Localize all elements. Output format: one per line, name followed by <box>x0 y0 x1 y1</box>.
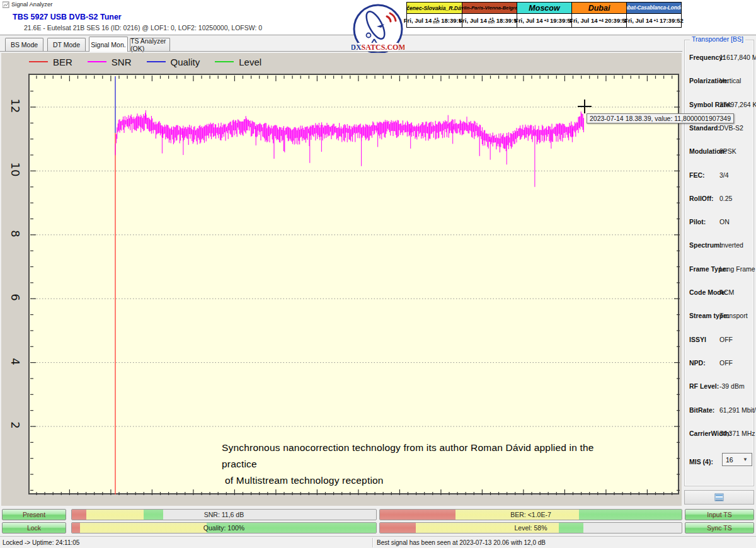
logo-text-rest: SATCS.COM <box>362 43 404 52</box>
quality-bar-label: Quality: 100% <box>72 523 376 533</box>
tp-label-14: RF Level: <box>689 382 719 390</box>
clock-1: Lučenec-Slovakia_R.DávidFri, Jul 14+1DST… <box>407 3 462 27</box>
clock-3: MoscowFri, Jul 14+319:39:52 <box>517 3 571 27</box>
clock-date: Fri, Jul 14 <box>570 17 597 24</box>
clock-utc-offset: +3 <box>544 19 548 22</box>
clock-utc-offset: +1DST <box>433 18 440 24</box>
clock-utc-offset: +1DST <box>488 18 495 24</box>
tp-label-15: BitRate: <box>689 406 714 414</box>
tp-value-8: Inverted <box>719 241 743 249</box>
clock-date: Fri, Jul 14 <box>515 17 542 24</box>
clock-time-row: Fri, Jul 14+1DST18:39:52 <box>407 14 462 27</box>
clock-utc-offset: +1 <box>653 19 658 22</box>
tp-value-2: 27497,264 KS/s <box>719 101 756 108</box>
present-button[interactable]: Present <box>2 509 66 520</box>
best-signal-status: Best signal has been seen at 2023-07-13 … <box>377 539 546 546</box>
logo-text-dx: DX <box>352 43 362 52</box>
tp-value-7: ON <box>719 218 730 225</box>
crosshair-cursor-icon <box>578 106 592 107</box>
tab-bs-mode[interactable]: BS Mode <box>5 38 43 51</box>
ber-bar: BER: <1.0E-7 <box>379 509 682 520</box>
sync-ts-button[interactable]: Sync TS <box>685 522 754 534</box>
snr-bar-label: SNR: 11,6 dB <box>72 510 376 520</box>
legend-line-icon <box>147 61 166 62</box>
legend-item-ber: BER <box>29 57 72 67</box>
legend-label: Quality <box>171 57 200 67</box>
tp-value-10: ACM <box>719 288 734 296</box>
legend-line-icon <box>88 61 106 62</box>
clock-date: Fri, Jul 14 <box>624 17 652 24</box>
annotation-line-2: of Multistream technology reception <box>222 472 625 489</box>
clock-utc-offset: +4 <box>598 19 603 22</box>
clock-time-row: Fri, Jul 14+117:39:52 <box>627 14 681 27</box>
app-icon <box>3 1 9 8</box>
level-bar-label: Level: 58% <box>380 523 682 533</box>
y-axis-tick-label: 10 <box>9 162 21 177</box>
legend-line-icon <box>215 61 234 62</box>
tp-value-1: Vertical <box>719 77 741 84</box>
y-axis-tick-label: 6 <box>9 290 21 305</box>
clock-4: DubaiFri, Jul 14+420:39:52 <box>571 3 626 27</box>
plot-area[interactable] <box>28 74 679 494</box>
ber-bar-label: BER: <1.0E-7 <box>380 510 682 520</box>
tp-value-3: DVB-S2 <box>719 124 743 132</box>
clock-time-row: Fri, Jul 14+1DST18:39:52 <box>462 14 517 27</box>
mis-selected-value: 16 <box>723 456 743 464</box>
tab-signal-mon-[interactable]: Signal Mon. <box>89 37 128 52</box>
world-clocks: Lučenec-Slovakia_R.DávidFri, Jul 14+1DST… <box>406 2 682 28</box>
snr-bar: SNR: 11,6 dB <box>71 509 377 520</box>
tp-label-5: FEC: <box>689 171 705 179</box>
legend-label: Level <box>239 57 261 67</box>
value-tooltip: 2023-07-14 18.38.39, value: 11,800000190… <box>587 113 734 123</box>
chart-legend: BERSNRQualityLevel <box>29 55 277 69</box>
clock-date: Fri, Jul 14 <box>459 17 486 24</box>
mis-dropdown[interactable]: 16 ▼ <box>722 453 752 466</box>
y-axis-tick-label: 2 <box>9 418 21 433</box>
tuner-subtitle: 21.6E - Eutelsat 21B SES 16 (ID: 0216) @… <box>24 24 262 31</box>
stream-list-button[interactable] <box>684 490 754 505</box>
clock-time-row: Fri, Jul 14+319:39:52 <box>517 14 571 27</box>
tp-value-5: 3/4 <box>719 171 729 179</box>
tp-value-4: 8PSK <box>719 147 736 155</box>
tp-label-12: ISSYI <box>689 336 706 343</box>
svg-text:DXSATCS.COM: DXSATCS.COM <box>352 43 404 52</box>
tp-label-6: RollOff: <box>689 195 714 202</box>
clock-city-label: Lučenec-Slovakia_R.Dávid <box>407 3 462 14</box>
legend-line-icon <box>29 61 48 62</box>
tp-value-11: Transport <box>719 312 748 319</box>
tp-label-3: Standard: <box>689 124 720 132</box>
lock-button[interactable]: Lock <box>2 522 66 534</box>
mis-label: MIS (4): <box>689 458 713 465</box>
clock-2: Berlin-Paris-Vienna-BelgradeFri, Jul 14+… <box>462 3 517 27</box>
input-ts-button[interactable]: Input TS <box>685 509 754 520</box>
chevron-down-icon: ▼ <box>743 457 752 462</box>
clock-city-label: Berlin-Paris-Vienna-Belgrade <box>462 3 517 14</box>
transponder-title: Transponder [BS] <box>690 35 745 43</box>
chart-annotation: Synchronous nanocorrection technology fr… <box>222 440 625 489</box>
tp-value-9: Long Frame <box>719 265 755 273</box>
list-icon <box>714 493 724 501</box>
clock-time-row: Fri, Jul 14+420:39:52 <box>572 14 626 27</box>
tp-value-13: OFF <box>719 359 733 367</box>
clock-city-label: Rabat-Casablanca-London <box>627 3 681 14</box>
tp-value-14: -39 dBm <box>719 382 745 390</box>
tuner-title: TBS 5927 USB DVB-S2 Tuner <box>13 13 122 21</box>
annotation-line-1: Synchronous nanocorrection technology fr… <box>222 440 625 472</box>
legend-label: SNR <box>112 57 132 67</box>
tab-ts-analyzer-ok-[interactable]: TS Analyzer (OK) <box>130 38 170 51</box>
window-title: Signal Analyzer <box>11 1 52 8</box>
tp-value-12: OFF <box>719 336 733 343</box>
level-bar: Level: 58% <box>379 522 682 534</box>
clock-city-label: Dubai <box>572 3 626 14</box>
legend-item-quality: Quality <box>147 57 200 67</box>
tp-value-6: 0.25 <box>719 195 732 202</box>
statusbar-divider <box>372 538 373 547</box>
lock-uptime-status: Locked -> Uptime: 24:11:05 <box>3 539 79 546</box>
tp-value-0: 11617,840 MHz <box>719 54 756 61</box>
clock-city-label: Moscow <box>517 3 571 14</box>
y-axis-tick-label: 12 <box>9 98 21 113</box>
legend-item-level: Level <box>215 57 261 67</box>
y-axis-tick-label: 4 <box>9 354 21 369</box>
tab-dt-mode[interactable]: DT Mode <box>47 38 86 51</box>
tp-label-8: Spectrum: <box>689 241 722 249</box>
